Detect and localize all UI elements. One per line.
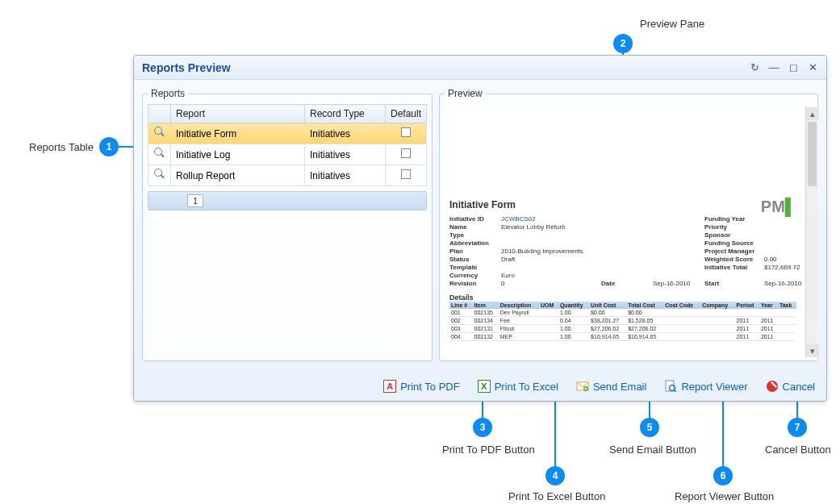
field-value: JCWBCS02 (501, 215, 598, 223)
close-icon[interactable]: ✕ (807, 62, 818, 73)
report-viewer-icon (664, 380, 677, 393)
details-col: Year (759, 302, 778, 309)
details-cell: 002132 (473, 333, 499, 341)
table-row[interactable]: Rollup Report Initiatives (148, 165, 427, 186)
cell-record-type: Initiatives (304, 165, 385, 186)
refresh-icon[interactable]: ↻ (749, 62, 760, 73)
send-email-button[interactable]: Send Email (576, 380, 646, 393)
default-checkbox[interactable] (401, 169, 411, 179)
button-label: Print To PDF (400, 381, 459, 393)
field-label: Date (601, 280, 650, 287)
print-to-pdf-button[interactable]: A Print To PDF (383, 380, 459, 393)
details-cell: $10,914.65 (589, 333, 626, 341)
cancel-button[interactable]: Cancel (766, 380, 815, 393)
details-cell (759, 309, 778, 317)
scroll-thumb[interactable] (808, 122, 817, 186)
details-cell: 2011 (759, 317, 778, 325)
scroll-up-icon[interactable]: ▴ (806, 107, 819, 120)
details-col: Unit Cost (589, 302, 626, 309)
details-col: Description (499, 302, 539, 309)
details-cell (539, 317, 558, 325)
minimize-icon[interactable]: — (768, 62, 779, 73)
titlebar: Reports Preview ↻ — ◻ ✕ (134, 56, 826, 80)
field-label: Revision (449, 280, 498, 287)
field-value (501, 264, 598, 271)
details-cell: 1.00 (558, 309, 589, 317)
col-icon[interactable] (148, 105, 171, 123)
annotation-badge-7: 7 (788, 418, 807, 437)
print-to-excel-button[interactable]: X Print To Excel (478, 380, 558, 393)
field-label: Priority (704, 223, 761, 231)
scroll-down-icon[interactable]: ▾ (806, 344, 819, 357)
magnifier-icon[interactable] (154, 127, 165, 138)
details-col: Total Cost (626, 302, 663, 309)
doc-title: Initiative Form (449, 199, 796, 210)
field-label: Status (449, 256, 498, 263)
reports-preview-window: Reports Preview ↻ — ◻ ✕ Reports Report R… (133, 55, 827, 402)
field-value (501, 240, 598, 247)
field-value (501, 231, 598, 239)
details-cell: $0.00 (589, 309, 626, 317)
magnifier-icon[interactable] (154, 148, 165, 159)
field-value: 0 (501, 280, 598, 287)
field-label: Name (449, 223, 498, 231)
details-cell (734, 309, 759, 317)
col-report[interactable]: Report (171, 105, 305, 123)
details-cell (663, 333, 700, 341)
details-cell: $27,206.02 (589, 325, 626, 333)
reports-header-row: Report Record Type Default (148, 105, 427, 123)
annotation-badge-5: 5 (640, 418, 659, 437)
excel-icon: X (478, 380, 491, 393)
mail-icon (576, 380, 589, 393)
annotation-line (119, 146, 133, 148)
field-label: Template (449, 264, 498, 271)
maximize-icon[interactable]: ◻ (788, 62, 799, 73)
reports-legend: Reports (148, 88, 188, 99)
pager-page-1[interactable]: 1 (187, 194, 203, 207)
details-col: Company (700, 302, 734, 309)
details-cell: 001 (449, 309, 473, 317)
field-value: Elevator Lobby Refurb (501, 223, 598, 231)
col-default[interactable]: Default (385, 105, 426, 123)
preview-legend: Preview (445, 88, 486, 99)
annotation-print-pdf: Print To PDF Button (442, 444, 535, 456)
details-cell: 2011 (759, 325, 778, 333)
field-value: Euro (501, 272, 598, 279)
annotation-badge-2: 2 (613, 34, 633, 53)
details-col: Cost Code (663, 302, 700, 309)
button-label: Print To Excel (495, 381, 558, 393)
details-table: Line #ItemDescriptionUOMQuantityUnit Cos… (449, 302, 796, 341)
field-value: 2010-Building Improvements (501, 248, 598, 255)
default-checkbox[interactable] (401, 127, 411, 137)
details-cell: Dev Payroll (499, 309, 539, 317)
details-cell (663, 309, 700, 317)
pdf-icon: A (383, 380, 396, 393)
window-controls: ↻ — ◻ ✕ (749, 62, 818, 73)
details-cell: MEP (499, 333, 539, 341)
cancel-icon (766, 380, 779, 393)
preview-panel: Preview PM▌ Initiative Form Initiative I… (439, 88, 818, 361)
details-cell: 2011 (734, 317, 759, 325)
details-cell (700, 325, 734, 333)
preview-scrollbar[interactable]: ▴ ▾ (805, 107, 818, 357)
details-cell (663, 325, 700, 333)
cell-record-type: Initiatives (304, 144, 385, 165)
table-row[interactable]: Initiative Form Initiatives (148, 123, 427, 144)
svg-line-4 (675, 390, 677, 393)
field-label: Sponsor (704, 231, 761, 239)
details-header-row: Line #ItemDescriptionUOMQuantityUnit Cos… (449, 302, 796, 309)
details-cell: 1.00 (558, 333, 589, 341)
details-cell: $0.00 (626, 309, 663, 317)
col-record-type[interactable]: Record Type (304, 105, 385, 123)
annotation-badge-6: 6 (713, 466, 733, 485)
details-row: 003002131Fitout1.00$27,206.02$27,206.022… (449, 325, 796, 333)
details-cell: 002135 (473, 309, 499, 317)
details-cell: 1.00 (558, 325, 589, 333)
table-row[interactable]: Initiative Log Initiatives (148, 144, 427, 165)
default-checkbox[interactable] (401, 148, 411, 158)
magnifier-icon[interactable] (154, 169, 165, 180)
field-label: Project Manager (704, 248, 761, 255)
report-viewer-button[interactable]: Report Viewer (664, 380, 747, 393)
field-label: Abbreviation (449, 240, 498, 247)
annotation-print-excel: Print To Excel Button (508, 490, 605, 502)
